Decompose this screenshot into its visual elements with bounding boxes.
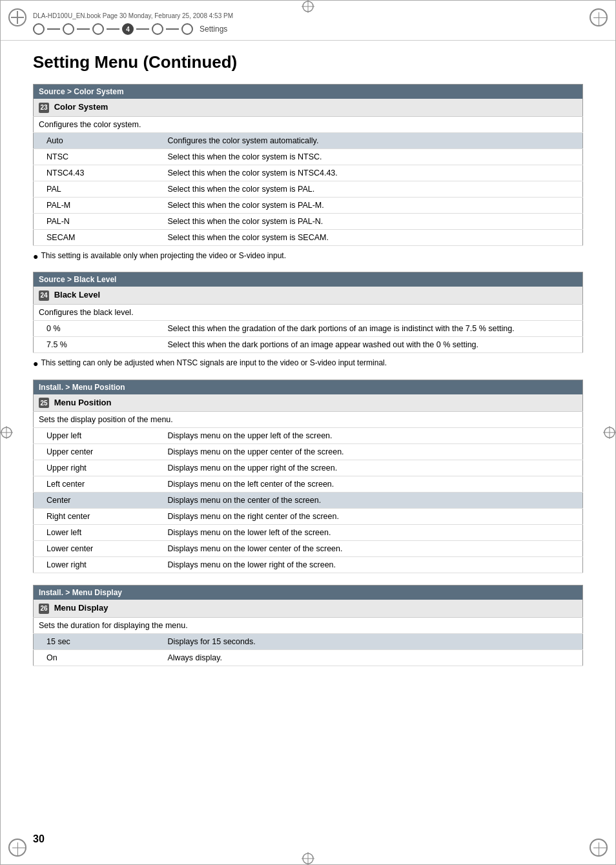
menu-display-title-row: 26 Menu Display	[34, 600, 583, 617]
note-text-2: This setting can only be adjusted when N…	[41, 358, 387, 367]
black-level-note: ● This setting can only be adjusted when…	[33, 358, 583, 369]
step-2	[63, 23, 74, 35]
option-secam-desc: Select this when the color system is SEC…	[163, 229, 583, 245]
black-level-title-cell: 24 Black Level	[34, 287, 583, 304]
option-palm-name: PAL-M	[34, 197, 163, 213]
color-system-title: Color System	[54, 102, 108, 112]
step-line-1	[47, 28, 60, 30]
step-5	[152, 23, 163, 35]
option-right-center-desc: Displays menu on the right center of the…	[163, 509, 583, 525]
option-75percent-name: 7.5 %	[34, 336, 163, 352]
color-system-desc: Configures the color system.	[34, 116, 583, 132]
header-meta: DLA-HD100U_EN.book Page 30 Monday, Febru…	[33, 12, 583, 19]
option-auto-name: Auto	[34, 132, 163, 148]
option-center-desc: Displays menu on the center of the scree…	[163, 493, 583, 509]
option-lower-center-desc: Displays menu on the lower center of the…	[163, 541, 583, 557]
menu-display-header-row: Install. > Menu Display	[34, 585, 583, 600]
option-lower-left: Lower left Displays menu on the lower le…	[34, 525, 583, 541]
step-line-5	[166, 28, 179, 30]
option-lower-left-desc: Displays menu on the lower left of the s…	[163, 525, 583, 541]
option-upper-center: Upper center Displays menu on the upper …	[34, 444, 583, 460]
option-pal-desc: Select this when the color system is PAL…	[163, 181, 583, 197]
corner-br	[590, 839, 608, 857]
menu-position-header-row: Install. > Menu Position	[34, 380, 583, 394]
note-bullet-2: ●	[33, 358, 38, 369]
option-secam-name: SECAM	[34, 229, 163, 245]
color-system-header: Source > Color System	[34, 85, 583, 99]
option-paln: PAL-N Select this when the color system …	[34, 213, 583, 229]
menu-position-table: Install. > Menu Position 25 Menu Positio…	[33, 380, 583, 574]
menu-position-badge: 25	[39, 398, 49, 408]
option-ntsc443-name: NTSC4.43	[34, 165, 163, 181]
option-lower-center: Lower center Displays menu on the lower …	[34, 541, 583, 557]
option-center: Center Displays menu on the center of th…	[34, 493, 583, 509]
page-number: 30	[33, 833, 45, 845]
option-upper-center-name: Upper center	[34, 444, 163, 460]
reg-left	[0, 426, 13, 439]
step-line-3	[107, 28, 119, 30]
option-upper-right-desc: Displays menu on the upper right of the …	[163, 460, 583, 476]
option-upper-right-name: Upper right	[34, 460, 163, 476]
option-ntsc443: NTSC4.43 Select this when the color syst…	[34, 165, 583, 181]
note-bullet-1: ●	[33, 251, 38, 262]
option-upper-left: Upper left Displays menu on the upper le…	[34, 428, 583, 444]
option-right-center-name: Right center	[34, 509, 163, 525]
menu-position-desc-row: Sets the display position of the menu.	[34, 412, 583, 428]
option-upper-left-name: Upper left	[34, 428, 163, 444]
option-auto-desc: Configures the color system automaticall…	[163, 132, 583, 148]
note-text-1: This setting is available only when proj…	[41, 251, 286, 260]
black-level-desc: Configures the black level.	[34, 304, 583, 320]
black-level-header: Source > Black Level	[34, 272, 583, 287]
option-15sec: 15 sec Displays for 15 seconds.	[34, 633, 583, 649]
option-on-desc: Always display.	[163, 649, 583, 666]
color-system-badge: 23	[39, 103, 49, 113]
menu-position-title-row: 25 Menu Position	[34, 394, 583, 412]
reg-top	[302, 0, 314, 13]
menu-display-header: Install. > Menu Display	[34, 585, 583, 600]
black-level-title-row: 24 Black Level	[34, 287, 583, 304]
option-75percent-desc: Select this when the dark portions of an…	[163, 336, 583, 352]
menu-display-title-cell: 26 Menu Display	[34, 600, 583, 617]
option-palm-desc: Select this when the color system is PAL…	[163, 197, 583, 213]
black-level-desc-row: Configures the black level.	[34, 304, 583, 320]
option-lower-center-name: Lower center	[34, 541, 163, 557]
page-footer: 30	[33, 833, 583, 845]
color-system-title-row: 23 Color System	[34, 99, 583, 116]
option-paln-name: PAL-N	[34, 213, 163, 229]
option-ntsc443-desc: Select this when the color system is NTS…	[163, 165, 583, 181]
color-system-desc-row: Configures the color system.	[34, 116, 583, 132]
page-container: DLA-HD100U_EN.book Page 30 Monday, Febru…	[0, 0, 616, 865]
option-ntsc-desc: Select this when the color system is NTS…	[163, 148, 583, 165]
option-75percent: 7.5 % Select this when the dark portions…	[34, 336, 583, 352]
step-4-active: 4	[122, 23, 134, 35]
menu-position-title-cell: 25 Menu Position	[34, 394, 583, 412]
color-system-table: Source > Color System 23 Color System Co…	[33, 84, 583, 246]
page-title: Setting Menu (Continued)	[33, 52, 583, 72]
option-paln-desc: Select this when the color system is PAL…	[163, 213, 583, 229]
step-bar: 4 Settings	[33, 23, 583, 35]
option-center-name: Center	[34, 493, 163, 509]
option-lower-right-name: Lower right	[34, 557, 163, 573]
option-ntsc: NTSC Select this when the color system i…	[34, 148, 583, 165]
option-pal-name: PAL	[34, 181, 163, 197]
option-palm: PAL-M Select this when the color system …	[34, 197, 583, 213]
option-upper-left-desc: Displays menu on the upper left of the s…	[163, 428, 583, 444]
option-lower-right-desc: Displays menu on the lower right of the …	[163, 557, 583, 573]
option-left-center-desc: Displays menu on the left center of the …	[163, 476, 583, 493]
option-15sec-desc: Displays for 15 seconds.	[163, 633, 583, 649]
step-6	[181, 23, 193, 35]
black-level-title: Black Level	[54, 290, 101, 300]
page-content: Setting Menu (Continued) Source > Color …	[1, 41, 615, 697]
step-label: Settings	[200, 25, 227, 34]
step-1	[33, 23, 45, 35]
step-line-4	[136, 28, 149, 30]
menu-display-desc: Sets the duration for displaying the men…	[34, 617, 583, 633]
option-0percent-name: 0 %	[34, 320, 163, 336]
menu-position-desc: Sets the display position of the menu.	[34, 412, 583, 428]
option-ntsc-name: NTSC	[34, 148, 163, 165]
step-3	[92, 23, 104, 35]
option-0percent-desc: Select this when the gradation of the da…	[163, 320, 583, 336]
menu-position-header: Install. > Menu Position	[34, 380, 583, 394]
black-level-badge: 24	[39, 290, 49, 301]
color-system-title-cell: 23 Color System	[34, 99, 583, 116]
